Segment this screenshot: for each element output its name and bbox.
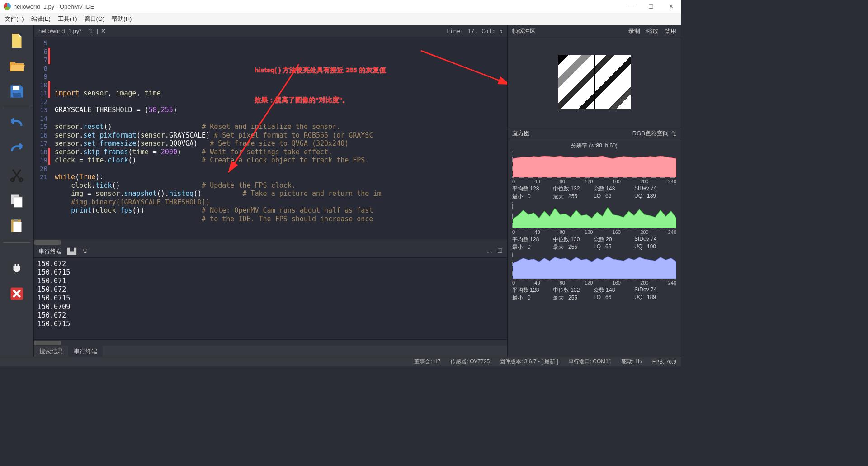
maximize-button[interactable]: ☐ <box>641 0 661 13</box>
code-line[interactable]: clock.tick() # Update the FPS clock. <box>55 181 507 190</box>
framebuffer-view[interactable] <box>508 37 681 128</box>
svg-rect-8 <box>14 219 18 221</box>
line-number: 18 <box>34 148 50 157</box>
plug-icon <box>9 260 25 276</box>
editor-tab[interactable]: helloworld_1.py* <box>38 28 81 34</box>
save-button[interactable] <box>6 81 28 102</box>
cut-button[interactable] <box>6 164 28 186</box>
menu-window[interactable]: 窗口(O) <box>85 15 105 23</box>
code-line[interactable]: print(clock.fps()) # Note: OpenMV Cam ru… <box>55 206 507 215</box>
svg-rect-1 <box>13 93 21 97</box>
stop-button[interactable] <box>6 283 28 304</box>
histogram-resolution: 分辨率 (w:80, h:60) <box>512 142 676 150</box>
menu-help[interactable]: 帮助(H) <box>112 15 132 23</box>
file-new-icon <box>9 33 25 49</box>
code-line[interactable]: sensor.skip_frames(time = 2000) # Wait f… <box>55 148 507 157</box>
redo-icon <box>9 142 25 158</box>
menu-edit[interactable]: 编辑(E) <box>31 15 51 23</box>
minimize-button[interactable]: — <box>621 0 641 13</box>
terminal-line: 150.072 <box>38 285 504 294</box>
record-button[interactable]: 录制 <box>628 27 640 35</box>
undo-icon <box>9 116 25 133</box>
terminal-line: 150.0715 <box>38 320 504 328</box>
terminal-clear-icon[interactable]: ▙▟ <box>67 248 76 255</box>
tab-close-icon[interactable]: ✕ <box>101 28 106 34</box>
code-line[interactable]: while(True): <box>55 173 507 181</box>
code-line[interactable]: sensor.set_framesize(sensor.QQQVGA) # Se… <box>55 139 507 148</box>
colorspace-dropdown-icon[interactable]: ⇅ <box>671 130 676 137</box>
zoom-button[interactable]: 缩放 <box>646 27 658 35</box>
undo-button[interactable] <box>6 114 28 135</box>
histogram-chart <box>512 152 676 178</box>
line-number: 16 <box>34 131 50 140</box>
tab-dropdown-icon[interactable]: ⇅ <box>89 28 94 34</box>
svg-rect-7 <box>14 222 22 232</box>
line-number: 14 <box>34 114 50 123</box>
line-number: 8 <box>34 64 50 73</box>
copy-button[interactable] <box>6 190 28 211</box>
code-line[interactable]: import sensor, image, time <box>55 89 507 98</box>
code-line[interactable]: GRAYSCALE_THRESHOLD = (58,255) <box>55 106 507 114</box>
terminal-collapse-icon[interactable]: ︿ <box>487 247 493 256</box>
status-fps: FPS: 76.9 <box>652 359 676 365</box>
svg-line-11 <box>421 51 507 84</box>
terminal-header: 串行终端 ▙▟ 🖫 ︿ ☐ <box>34 245 507 258</box>
code-line[interactable]: #img.binary([GRAYSCALE_THRESHOLD]) <box>55 198 507 207</box>
tab-search-results[interactable]: 搜索结果 <box>34 346 68 357</box>
menubar: 文件(F) 编辑(E) 工具(T) 窗口(O) 帮助(H) <box>0 13 681 25</box>
main-column: helloworld_1.py* ⇅ | ✕ Line: 17, Col: 5 … <box>34 25 507 357</box>
tab-serial-terminal[interactable]: 串行终端 <box>68 346 103 357</box>
histogram-body: 分辨率 (w:80, h:60) 04080120160200240平均数 12… <box>508 139 681 357</box>
editor-code[interactable]: histeq( ) 方法使亮处具有接近 255 的灰复值 效果：提高了图像的"对… <box>50 37 507 239</box>
histogram-chart <box>512 253 676 279</box>
redo-button[interactable] <box>6 139 28 161</box>
terminal-line: 150.0709 <box>38 303 504 311</box>
terminal-save-icon[interactable]: 🖫 <box>82 248 88 255</box>
histogram-xticks: 04080120160200240 <box>512 280 676 285</box>
code-line[interactable] <box>55 165 507 173</box>
code-line[interactable] <box>55 98 507 106</box>
code-line[interactable]: sensor.set_pixformat(sensor.GRAYSCALE) #… <box>55 131 507 140</box>
connect-button[interactable] <box>6 257 28 279</box>
open-file-button[interactable] <box>6 55 28 77</box>
close-window-button[interactable]: ✕ <box>661 0 681 13</box>
code-line[interactable] <box>55 114 507 123</box>
terminal-output[interactable]: 150.072150.0715150.071150.072150.0715150… <box>34 258 507 339</box>
copy-icon <box>9 192 25 209</box>
framebuffer-title: 帧缓冲区 <box>512 27 536 35</box>
histogram-stats: 平均数 128中位数 130众数 20StDev 74最小 0最大 255LQ … <box>512 236 676 251</box>
editor[interactable]: 56789101112131415161718192021 histeq( ) … <box>34 37 507 239</box>
histogram-stats: 平均数 128中位数 132众数 148StDev 74最小 0最大 255LQ… <box>512 286 676 302</box>
terminal-horizontal-scrollbar[interactable] <box>34 339 507 346</box>
content: helloworld_1.py* ⇅ | ✕ Line: 17, Col: 5 … <box>0 25 681 357</box>
menu-file[interactable]: 文件(F) <box>5 15 24 23</box>
editor-gutter: 56789101112131415161718192021 <box>34 37 50 239</box>
code-line[interactable]: img = sensor.snapshot().histeq() # Take … <box>55 190 507 198</box>
terminal-line: 150.0715 <box>38 268 504 277</box>
svg-marker-13 <box>513 208 676 228</box>
line-number: 7 <box>34 56 50 64</box>
code-line[interactable]: # to the IDE. The FPS should increase on… <box>55 215 507 223</box>
code-line[interactable] <box>55 223 507 232</box>
stop-icon <box>9 285 25 302</box>
paste-icon <box>9 218 25 234</box>
colorspace-select[interactable]: RGB色彩空间 <box>632 129 669 138</box>
status-drive: 驱动: H:/ <box>622 358 642 366</box>
status-port: 串行端口: COM11 <box>568 358 612 366</box>
bottom-tabs: 搜索结果 串行终端 <box>34 346 507 357</box>
framebuffer-header: 帧缓冲区 录制 缩放 禁用 <box>508 25 681 37</box>
window-title: helloworld_1.py - OpenMV IDE <box>14 3 94 10</box>
code-line[interactable]: clock = time.clock() # Create a clock ob… <box>55 156 507 165</box>
save-icon <box>9 83 25 100</box>
histogram-chart <box>512 202 676 228</box>
editor-horizontal-scrollbar[interactable] <box>34 239 507 245</box>
terminal-close-icon[interactable]: ☐ <box>497 247 503 256</box>
svg-rect-0 <box>13 86 19 90</box>
code-line[interactable]: sensor.reset() # Reset and initialize th… <box>55 123 507 131</box>
disable-button[interactable]: 禁用 <box>665 27 676 35</box>
statusbar: 董事会: H7 传感器: OV7725 固件版本: 3.6.7 - [ 最新 ]… <box>0 357 681 366</box>
new-file-button[interactable] <box>6 30 28 52</box>
menu-tools[interactable]: 工具(T) <box>58 15 77 23</box>
line-number: 5 <box>34 39 50 48</box>
paste-button[interactable] <box>6 215 28 237</box>
